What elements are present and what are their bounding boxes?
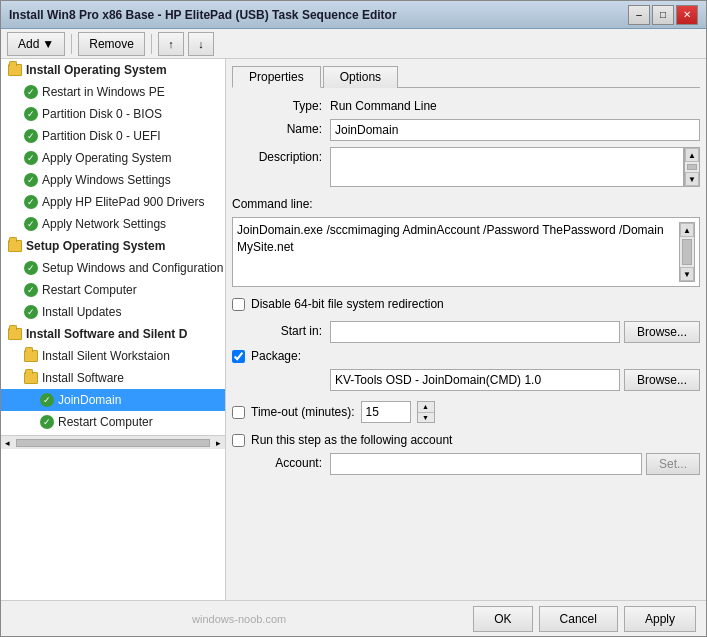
scroll-thumb	[687, 164, 697, 170]
description-scrollbar[interactable]: ▲ ▼	[684, 147, 700, 187]
description-textarea[interactable]	[330, 147, 684, 187]
add-button[interactable]: Add ▼	[7, 32, 65, 56]
scroll-left-icon[interactable]: ◂	[1, 438, 14, 448]
cancel-button[interactable]: Cancel	[539, 606, 618, 632]
tree-item-apply-windows-settings[interactable]: ✓ Apply Windows Settings	[1, 169, 225, 191]
maximize-button[interactable]: □	[652, 5, 674, 25]
tab-properties[interactable]: Properties	[232, 66, 321, 88]
package-label: Package:	[251, 349, 301, 363]
tree-item-install-updates[interactable]: ✓ Install Updates	[1, 301, 225, 323]
setup-windows-label: Setup Windows and Configuration	[42, 259, 223, 277]
name-label: Name:	[232, 119, 322, 136]
close-button[interactable]: ✕	[676, 5, 698, 25]
timeout-spin-up[interactable]: ▲	[418, 402, 434, 413]
timeout-input[interactable]	[361, 401, 411, 423]
account-input[interactable]	[330, 453, 642, 475]
timeout-checkbox[interactable]	[232, 406, 245, 419]
tree-item-setup-os[interactable]: Setup Operating System	[1, 235, 225, 257]
tab-options[interactable]: Options	[323, 66, 398, 88]
tree-item-install-os[interactable]: Install Operating System	[1, 59, 225, 81]
scroll-right-icon[interactable]: ▸	[212, 438, 225, 448]
apply-button[interactable]: Apply	[624, 606, 696, 632]
command-line-text: JoinDomain.exe /sccmimaging AdminAccount…	[237, 222, 677, 282]
check-icon-restart-1: ✓	[23, 282, 39, 298]
type-label: Type:	[232, 96, 322, 113]
setup-os-label: Setup Operating System	[26, 237, 165, 255]
install-software-label: Install Software	[42, 369, 124, 387]
check-icon-network: ✓	[23, 216, 39, 232]
command-line-box: JoinDomain.exe /sccmimaging AdminAccount…	[232, 217, 700, 287]
scroll-down-arrow[interactable]: ▼	[685, 172, 699, 186]
tree-item-join-domain[interactable]: ✓ JoinDomain	[1, 389, 225, 411]
apply-elitepad-label: Apply HP ElitePad 900 Drivers	[42, 193, 205, 211]
main-content: Install Operating System ✓ Restart in Wi…	[1, 59, 706, 600]
cmd-scrollbar[interactable]: ▲ ▼	[679, 222, 695, 282]
install-sw-silent-label: Install Software and Silent D	[26, 325, 187, 343]
right-panel: Properties Options Type: Run Command Lin…	[226, 59, 706, 600]
tree-item-install-sw-silent[interactable]: Install Software and Silent D	[1, 323, 225, 345]
tree-item-install-software[interactable]: Install Software	[1, 367, 225, 389]
apply-os-label: Apply Operating System	[42, 149, 171, 167]
timeout-spin-down[interactable]: ▼	[418, 413, 434, 423]
start-in-input[interactable]	[330, 321, 620, 343]
tab-bar: Properties Options	[232, 65, 700, 88]
tree-item-restart-computer-1[interactable]: ✓ Restart Computer	[1, 279, 225, 301]
type-row: Type: Run Command Line	[232, 96, 700, 113]
browse-btn-2[interactable]: Browse...	[624, 369, 700, 391]
tree-item-setup-windows[interactable]: ✓ Setup Windows and Configuration	[1, 257, 225, 279]
tree-item-apply-os[interactable]: ✓ Apply Operating System	[1, 147, 225, 169]
toolbar: Add ▼ Remove ↑ ↓	[1, 29, 706, 59]
h-scrollbar[interactable]: ◂ ▸	[1, 435, 225, 449]
account-row: Account: Set...	[232, 453, 700, 475]
minimize-button[interactable]: –	[628, 5, 650, 25]
tree-item-restart-computer-2[interactable]: ✓ Restart Computer	[1, 411, 225, 433]
install-os-label: Install Operating System	[26, 61, 167, 79]
tree-item-partition-uefi[interactable]: ✓ Partition Disk 0 - UEFI	[1, 125, 225, 147]
move-up-button[interactable]: ↑	[158, 32, 184, 56]
tree-item-partition-bios[interactable]: ✓ Partition Disk 0 - BIOS	[1, 103, 225, 125]
package-spacer	[232, 369, 322, 372]
package-checkbox-group: Package:	[232, 349, 301, 363]
account-label: Account:	[232, 453, 322, 470]
restart-computer-2-label: Restart Computer	[58, 413, 153, 431]
folder-silent-icon	[23, 348, 39, 364]
description-label: Description:	[232, 147, 322, 164]
add-label: Add	[18, 37, 39, 51]
cmd-scroll-down[interactable]: ▼	[680, 267, 694, 281]
tree-item-apply-elitepad[interactable]: ✓ Apply HP ElitePad 900 Drivers	[1, 191, 225, 213]
browse-btn-1[interactable]: Browse...	[624, 321, 700, 343]
move-up-icon: ↑	[168, 38, 174, 50]
ok-button[interactable]: OK	[473, 606, 532, 632]
command-line-label: Command line:	[232, 197, 313, 211]
tree-item-restart-windows-pe[interactable]: ✓ Restart in Windows PE	[1, 81, 225, 103]
package-input[interactable]	[330, 369, 620, 391]
start-in-label: Start in:	[232, 321, 322, 338]
run-as-checkbox[interactable]	[232, 434, 245, 447]
name-input[interactable]	[330, 119, 700, 141]
remove-button[interactable]: Remove	[78, 32, 145, 56]
tree-item-install-silent-workstation[interactable]: Install Silent Workstaion	[1, 345, 225, 367]
check-icon-restart-2: ✓	[39, 414, 55, 430]
restart-computer-1-label: Restart Computer	[42, 281, 137, 299]
cmd-scroll-up[interactable]: ▲	[680, 223, 694, 237]
description-wrapper: ▲ ▼	[330, 147, 700, 187]
description-row: Description: ▲ ▼	[232, 147, 700, 187]
package-checkbox[interactable]	[232, 350, 245, 363]
apply-windows-settings-label: Apply Windows Settings	[42, 171, 171, 189]
title-bar-buttons: – □ ✕	[628, 5, 698, 25]
main-window: Install Win8 Pro x86 Base - HP ElitePad …	[0, 0, 707, 637]
folder-sw-silent-icon	[7, 326, 23, 342]
move-down-button[interactable]: ↓	[188, 32, 214, 56]
join-domain-label: JoinDomain	[58, 391, 121, 409]
timeout-row: Time-out (minutes): ▲ ▼	[232, 401, 700, 423]
scroll-up-arrow[interactable]: ▲	[685, 148, 699, 162]
disable-64bit-checkbox[interactable]	[232, 298, 245, 311]
package-row: Package:	[232, 349, 700, 363]
tree-item-apply-network[interactable]: ✓ Apply Network Settings	[1, 213, 225, 235]
toolbar-separator	[71, 34, 72, 54]
bottom-bar: windows-noob.com OK Cancel Apply	[1, 600, 706, 636]
set-button[interactable]: Set...	[646, 453, 700, 475]
folder-software-icon	[23, 370, 39, 386]
type-value: Run Command Line	[330, 96, 437, 113]
timeout-label: Time-out (minutes):	[251, 405, 355, 419]
